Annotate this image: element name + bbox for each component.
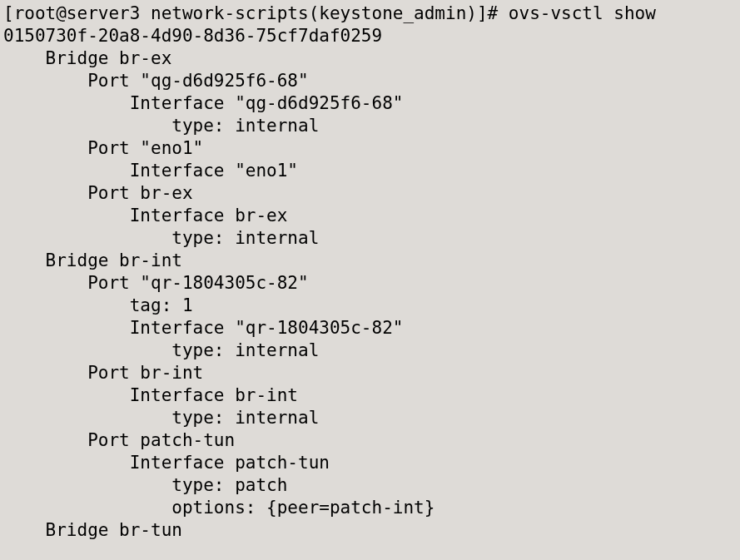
terminal-output: [root@server3 network-scripts(keystone_a…: [0, 0, 740, 544]
